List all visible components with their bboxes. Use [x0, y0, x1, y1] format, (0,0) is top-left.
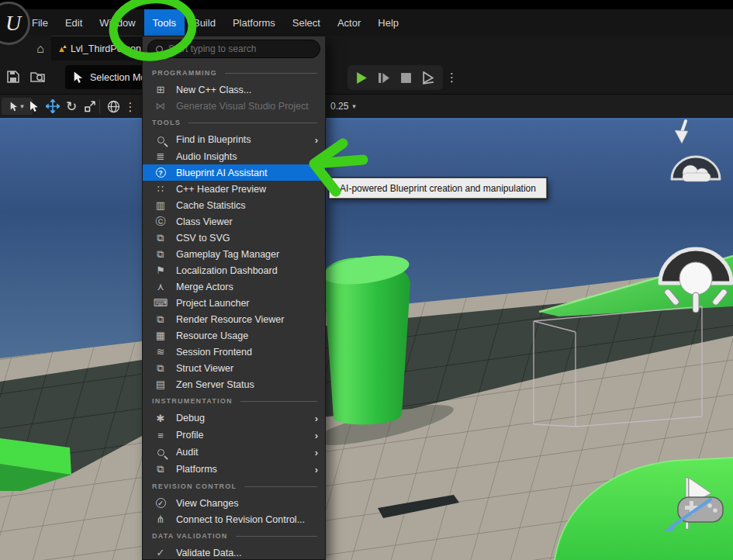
frame-skip-button[interactable]	[378, 71, 391, 85]
play-controls	[347, 65, 443, 90]
scale-tool-button[interactable]	[81, 98, 99, 115]
menubar: FileEditWindowToolsBuildPlatformsSelectA…	[0, 9, 733, 36]
menu-item-blueprint-ai-assistant[interactable]: ?Blueprint AI Assistant	[143, 164, 325, 181]
submenu-chevron-icon: ›	[315, 447, 318, 458]
menu-item-gameplay-tag-manager[interactable]: ⧉Gameplay Tag Manager	[143, 246, 325, 262]
submenu-chevron-icon: ›	[315, 464, 318, 475]
menu-item-validate-data[interactable]: ✓Validate Data...	[143, 544, 325, 560]
menubar-item-select[interactable]: Select	[284, 9, 329, 36]
menu-item-new-cpp-class[interactable]: ⊞New C++ Class...	[143, 81, 325, 98]
menu-item-glyph-icon: ⧉	[157, 248, 164, 261]
menu-item-glyph-icon: ⓒ	[156, 215, 166, 229]
menu-item-struct-viewer[interactable]: ⧉Struct Viewer	[143, 360, 325, 376]
menu-item-glyph-icon: ⊞	[157, 84, 165, 95]
menubar-item-edit[interactable]: Edit	[57, 9, 91, 36]
rotate-tool-button[interactable]: ↻	[62, 98, 81, 115]
stop-button[interactable]	[400, 72, 412, 84]
menu-item-label: Connect to Revision Control...	[176, 514, 305, 525]
tooltip-text: AI-powered Blueprint creation and manipu…	[340, 183, 536, 194]
move-icon	[46, 99, 60, 113]
menu-item-debug[interactable]: ✱Debug›	[143, 410, 325, 427]
menu-item-resource-usage[interactable]: ▦Resource Usage	[143, 327, 325, 344]
menu-item-label: CSV to SVG	[176, 233, 230, 244]
select-tool-button[interactable]	[25, 98, 43, 115]
menu-section-instrumentation: INSTRUMENTATION	[143, 392, 325, 410]
menu-item-cpp-header-preview[interactable]: ∷C++ Header Preview	[143, 181, 325, 197]
menu-item-label: Find in Blueprints	[176, 134, 251, 145]
submenu-chevron-icon: ›	[315, 413, 318, 424]
home-button[interactable]: ⌂	[31, 40, 50, 57]
menu-item-label: Localization Dashboard	[176, 265, 278, 276]
tools-menu-dropdown: Start typing to search PROGRAMMING⊞New C…	[142, 36, 326, 560]
unreal-editor-window: FileEditWindowToolsBuildPlatformsSelectA…	[0, 0, 733, 560]
save-button[interactable]	[3, 67, 23, 87]
menu-item-label: Render Resource Viewer	[176, 314, 284, 325]
green-cylinder[interactable]	[321, 251, 411, 424]
menubar-item-build[interactable]: Build	[185, 9, 224, 36]
menu-item-project-launcher[interactable]: ⌨Project Launcher	[143, 295, 325, 311]
menu-item-glyph-icon: ▦	[156, 330, 165, 341]
menu-item-csv-to-svg[interactable]: ⧉CSV to SVG	[143, 230, 325, 246]
menu-item-label: Cache Statistics	[176, 200, 246, 211]
menu-item-class-viewer[interactable]: ⓒClass Viewer	[143, 213, 325, 230]
menu-item-label: Audit	[176, 447, 199, 458]
menu-item-label: Class Viewer	[176, 216, 233, 227]
menu-item-label: Validate Data...	[176, 548, 242, 558]
menu-section-programming: PROGRAMMING	[143, 64, 325, 81]
rotate-icon: ↻	[66, 100, 77, 113]
menu-item-profile[interactable]: ≡Profile›	[143, 427, 325, 444]
menu-item-glyph-icon: ⋏	[157, 281, 164, 292]
menu-item-view-changes[interactable]: ✓View Changes	[143, 495, 325, 511]
menu-item-session-frontend[interactable]: ≋Session Frontend	[143, 344, 325, 360]
content-browser-button[interactable]	[28, 67, 48, 87]
menu-item-glyph-icon: ⧉	[157, 313, 164, 326]
level-asset-icon: ▲▲	[57, 44, 66, 54]
menu-item-glyph-icon: ⌨	[154, 297, 168, 309]
menu-item-glyph-icon: ⋔	[157, 513, 165, 525]
magnifier-icon	[157, 449, 164, 456]
menu-item-audit[interactable]: Audit›	[143, 444, 325, 461]
menu-item-label: Session Frontend	[176, 347, 252, 358]
chevron-down-icon: ▾	[20, 102, 24, 110]
menu-item-connect-to-revision-control[interactable]: ⋔Connect to Revision Control...	[143, 511, 325, 527]
menu-item-find-in-blueprints[interactable]: Find in Blueprints›	[143, 131, 325, 148]
tab-level[interactable]: ▲▲ Lvl_ThirdPerson	[51, 36, 143, 60]
move-tool-button[interactable]	[43, 98, 62, 115]
scale-snap-value: 0.25	[330, 101, 348, 112]
surface-snapping-kebab-button[interactable]: ⋮	[121, 98, 140, 115]
menu-item-generate-visual-studio-project[interactable]: ⋈Generate Visual Studio Project	[143, 98, 325, 114]
menu-search-input[interactable]: Start typing to search	[147, 40, 320, 58]
cursor-icon	[10, 102, 18, 112]
menu-item-zen-server-status[interactable]: ▤Zen Server Status	[143, 376, 325, 392]
menu-section-tools: TOOLS	[143, 114, 325, 131]
menu-item-platforms-submenu[interactable]: ⧉Platforms›	[143, 461, 325, 478]
menu-item-glyph-icon: ≣	[157, 150, 165, 162]
menubar-item-actor[interactable]: Actor	[329, 9, 369, 36]
play-button[interactable]	[355, 71, 368, 85]
menu-item-audio-insights[interactable]: ≣Audio Insights	[143, 148, 325, 164]
viewport-active-border	[0, 118, 733, 120]
menu-item-glyph-icon: ⧉	[157, 232, 164, 244]
save-icon	[5, 69, 21, 85]
folder-search-icon	[29, 68, 47, 85]
menu-item-cache-statistics[interactable]: ▥Cache Statistics	[143, 197, 325, 213]
menu-item-label: Merge Actors	[176, 282, 233, 292]
menubar-item-window[interactable]: Window	[91, 9, 143, 36]
menubar-item-tools[interactable]: Tools	[144, 9, 185, 36]
circled-question-icon: ?	[156, 168, 166, 178]
menu-item-label: Generate Visual Studio Project	[176, 101, 309, 112]
circled-check-icon: ✓	[156, 498, 166, 508]
world-coordinate-button[interactable]	[104, 98, 123, 115]
menubar-item-help[interactable]: Help	[369, 9, 407, 36]
menu-item-label: Audio Insights	[176, 151, 237, 162]
play-options-kebab-button[interactable]: ⋮	[446, 71, 458, 83]
menu-item-glyph-icon: ≋	[157, 346, 165, 358]
launch-button[interactable]	[421, 71, 435, 85]
menu-item-merge-actors[interactable]: ⋏Merge Actors	[143, 278, 325, 295]
menu-item-glyph-icon: ∷	[157, 183, 164, 195]
menu-item-localization-dashboard[interactable]: ⚑Localization Dashboard	[143, 262, 325, 278]
tab-level-label: Lvl_ThirdPerson	[71, 43, 141, 54]
menu-item-label: C++ Header Preview	[176, 184, 266, 195]
menu-item-render-resource-viewer[interactable]: ⧉Render Resource Viewer	[143, 311, 325, 327]
menubar-item-platforms[interactable]: Platforms	[224, 9, 284, 36]
